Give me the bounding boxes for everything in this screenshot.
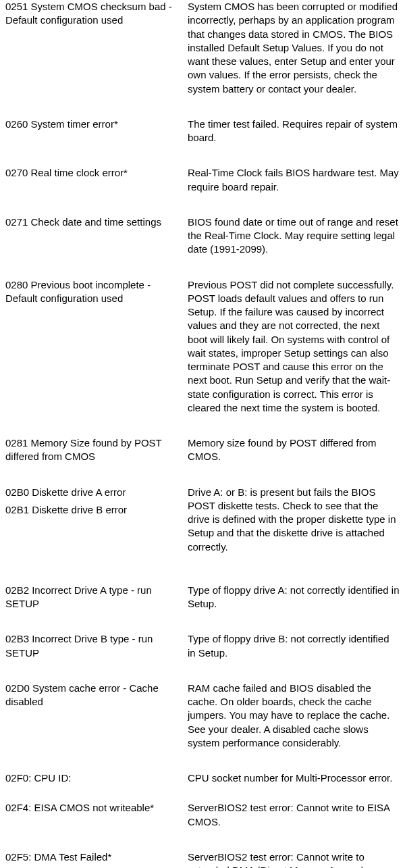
error-code-group: 02B0 Diskette drive A error 02B1 Diskett… (5, 486, 188, 554)
error-code: 0270 Real time clock error* (5, 166, 188, 194)
error-desc: RAM cache failed and BIOS disabled the c… (188, 682, 400, 750)
error-code: 02D0 System cache error - Cache disabled (5, 682, 188, 750)
error-code: 02B1 Diskette drive B error (5, 503, 180, 517)
error-desc: BIOS found date or time out of range and… (188, 215, 400, 257)
error-row: 0281 Memory Size found by POST differed … (5, 436, 400, 464)
error-code: 0281 Memory Size found by POST differed … (5, 436, 188, 464)
error-row: 0280 Previous boot incomplete - Default … (5, 278, 400, 415)
error-desc: Type of floppy drive B: not correctly id… (188, 632, 400, 660)
error-desc: ServerBIOS2 test error: Cannot write to … (188, 850, 400, 868)
error-desc: Type of floppy drive A: not correctly id… (188, 584, 400, 611)
error-row: 0251 System CMOS checksum bad - Default … (5, 0, 400, 96)
error-row: 02B2 Incorrect Drive A type - run SETUP … (5, 584, 400, 611)
error-code: 02B0 Diskette drive A error (5, 486, 180, 499)
error-desc: Drive A: or B: is present but fails the … (188, 486, 400, 554)
error-row: 02F0: CPU ID: CPU socket number for Mult… (5, 771, 400, 785)
error-row: 02F4: EISA CMOS not writeable* ServerBIO… (5, 801, 400, 829)
error-code: 0271 Check date and time settings (5, 215, 188, 257)
error-code: 02B2 Incorrect Drive A type - run SETUP (5, 584, 188, 611)
error-desc: The timer test failed. Requires repair o… (188, 118, 400, 145)
error-row: 02F5: DMA Test Failed* ServerBIOS2 test … (5, 850, 400, 868)
error-code: 0251 System CMOS checksum bad - Default … (5, 0, 188, 96)
error-row: 02D0 System cache error - Cache disabled… (5, 682, 400, 750)
error-desc: ServerBIOS2 test error: Cannot write to … (188, 801, 400, 829)
error-desc: Memory size found by POST differed from … (188, 436, 400, 464)
error-desc: Real-Time Clock fails BIOS hardware test… (188, 166, 400, 194)
error-row: 0271 Check date and time settings BIOS f… (5, 215, 400, 257)
error-desc: CPU socket number for Multi-Processor er… (188, 771, 400, 785)
error-code: 02B3 Incorrect Drive B type - run SETUP (5, 632, 188, 660)
error-desc: System CMOS has been corrupted or modifi… (188, 0, 400, 96)
error-row: 0270 Real time clock error* Real-Time Cl… (5, 166, 400, 194)
error-desc: Previous POST did not complete successfu… (188, 278, 400, 415)
error-code: 0260 System timer error* (5, 118, 188, 145)
error-code: 02F0: CPU ID: (5, 771, 188, 785)
error-code: 02F5: DMA Test Failed* (5, 850, 188, 868)
error-code: 0280 Previous boot incomplete - Default … (5, 278, 188, 415)
error-row: 02B0 Diskette drive A error 02B1 Diskett… (5, 486, 400, 554)
error-code: 02F4: EISA CMOS not writeable* (5, 801, 188, 829)
error-row: 0260 System timer error* The timer test … (5, 118, 400, 145)
error-row: 02B3 Incorrect Drive B type - run SETUP … (5, 632, 400, 660)
